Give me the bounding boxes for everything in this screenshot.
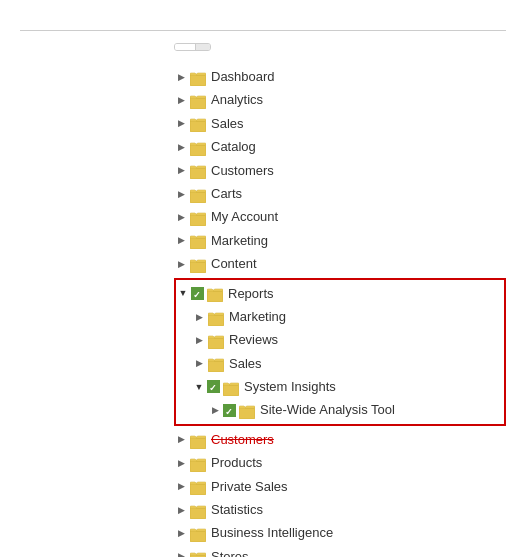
tree-item-label: Site-Wide Analysis Tool xyxy=(260,398,395,421)
tree-arrow[interactable]: ▼ xyxy=(176,285,190,301)
tree-arrow[interactable]: ▶ xyxy=(174,548,188,557)
tree-item: ▶ Sales xyxy=(174,112,506,135)
tree-arrow[interactable]: ▶ xyxy=(192,355,206,371)
tree-item-label: Sales xyxy=(229,352,262,375)
folder-icon xyxy=(190,257,206,271)
tree-item-label: Marketing xyxy=(211,229,268,252)
tree-arrow[interactable]: ▼ xyxy=(192,379,206,395)
tree-item: ▶ Private Sales xyxy=(174,475,506,498)
folder-icon xyxy=(208,356,224,370)
folder-icon xyxy=(190,433,206,447)
folder-icon xyxy=(223,380,239,394)
tree-item: ▼ Reports xyxy=(176,282,504,305)
tree-item-label: Marketing xyxy=(229,305,286,328)
checkbox-checked[interactable] xyxy=(191,287,204,300)
tree-arrow[interactable]: ▶ xyxy=(174,525,188,541)
tree-arrow[interactable]: ▶ xyxy=(208,402,222,418)
tree-item-label: Reports xyxy=(228,282,274,305)
tree-arrow[interactable]: ▶ xyxy=(174,232,188,248)
checkbox-checked[interactable] xyxy=(223,404,236,417)
folder-icon xyxy=(239,403,255,417)
folder-icon xyxy=(190,550,206,558)
resources-label xyxy=(40,65,160,67)
tree-arrow[interactable]: ▶ xyxy=(192,332,206,348)
tree-arrow[interactable]: ▶ xyxy=(174,209,188,225)
tree-item: ▶ Marketing xyxy=(174,229,506,252)
tree-item-label: Analytics xyxy=(211,88,263,111)
folder-icon xyxy=(208,310,224,324)
tree-item: ▶ Analytics xyxy=(174,88,506,111)
tree-item-label: Stores xyxy=(211,545,249,557)
tree-item-label: Customers xyxy=(211,428,274,451)
tree-arrow[interactable]: ▶ xyxy=(174,139,188,155)
tree-arrow[interactable]: ▶ xyxy=(174,431,188,447)
tree-item: ▶ Site-Wide Analysis Tool xyxy=(176,398,504,421)
tree-arrow[interactable]: ▶ xyxy=(174,69,188,85)
tree-arrow[interactable]: ▶ xyxy=(174,162,188,178)
tree-item: ▶ My Account xyxy=(174,205,506,228)
tree-item: ▶ Stores xyxy=(174,545,506,557)
select-arrow-icon[interactable] xyxy=(196,44,210,50)
tree-item-label: System Insights xyxy=(244,375,336,398)
tree-item-label: Private Sales xyxy=(211,475,288,498)
tree-item-label: Catalog xyxy=(211,135,256,158)
tree-item: ▶ Marketing xyxy=(176,305,504,328)
tree-item-label: Carts xyxy=(211,182,242,205)
tree-arrow[interactable]: ▶ xyxy=(174,502,188,518)
page-title xyxy=(20,20,506,31)
tree-item-label: Dashboard xyxy=(211,65,275,88)
folder-icon xyxy=(190,116,206,130)
tree-item: ▼ System Insights xyxy=(176,375,504,398)
tree-item: ▶ Statistics xyxy=(174,498,506,521)
tree-item-label: Products xyxy=(211,451,262,474)
tree-item: ▶ Content xyxy=(174,252,506,275)
tree-arrow[interactable]: ▶ xyxy=(174,256,188,272)
tree-item: ▶ Customers xyxy=(174,159,506,182)
folder-icon xyxy=(190,479,206,493)
tree-arrow[interactable]: ▶ xyxy=(174,455,188,471)
tree-item-label: Content xyxy=(211,252,257,275)
resources-tree: ▶ Dashboard ▶ Analytics ▶ Sales ▶ Catalo… xyxy=(174,65,506,557)
folder-icon xyxy=(207,286,223,300)
folder-icon xyxy=(208,333,224,347)
tree-arrow[interactable]: ▶ xyxy=(192,309,206,325)
select-value xyxy=(175,44,196,50)
tree-arrow[interactable]: ▶ xyxy=(174,115,188,131)
tree-item: ▶ Customers xyxy=(174,428,506,451)
folder-icon xyxy=(190,210,206,224)
tree-arrow[interactable]: ▶ xyxy=(174,478,188,494)
tree-item-label: Statistics xyxy=(211,498,263,521)
tree-item: ▶ Business Intelligence xyxy=(174,521,506,544)
folder-icon xyxy=(190,503,206,517)
folder-icon xyxy=(190,140,206,154)
folder-icon xyxy=(190,163,206,177)
tree-item-label: Business Intelligence xyxy=(211,521,333,544)
tree-item: ▶ Catalog xyxy=(174,135,506,158)
tree-item-label: Customers xyxy=(211,159,274,182)
tree-arrow[interactable]: ▶ xyxy=(174,92,188,108)
resource-access-select[interactable] xyxy=(174,43,211,51)
tree-item: ▶ Sales xyxy=(176,352,504,375)
tree-item: ▶ Dashboard xyxy=(174,65,506,88)
folder-icon xyxy=(190,526,206,540)
tree-item-label: Reviews xyxy=(229,328,278,351)
checkbox-checked[interactable] xyxy=(207,380,220,393)
tree-item: ▶ Products xyxy=(174,451,506,474)
folder-icon xyxy=(190,93,206,107)
tree-item-label: Sales xyxy=(211,112,244,135)
folder-icon xyxy=(190,233,206,247)
highlight-box: ▼ Reports ▶ Marketing ▶ Reviews ▶ Sales … xyxy=(174,278,506,426)
folder-icon xyxy=(190,187,206,201)
tree-item-label: My Account xyxy=(211,205,278,228)
folder-icon xyxy=(190,70,206,84)
tree-item: ▶ Carts xyxy=(174,182,506,205)
tree-item: ▶ Reviews xyxy=(176,328,504,351)
tree-arrow[interactable]: ▶ xyxy=(174,186,188,202)
folder-icon xyxy=(190,456,206,470)
